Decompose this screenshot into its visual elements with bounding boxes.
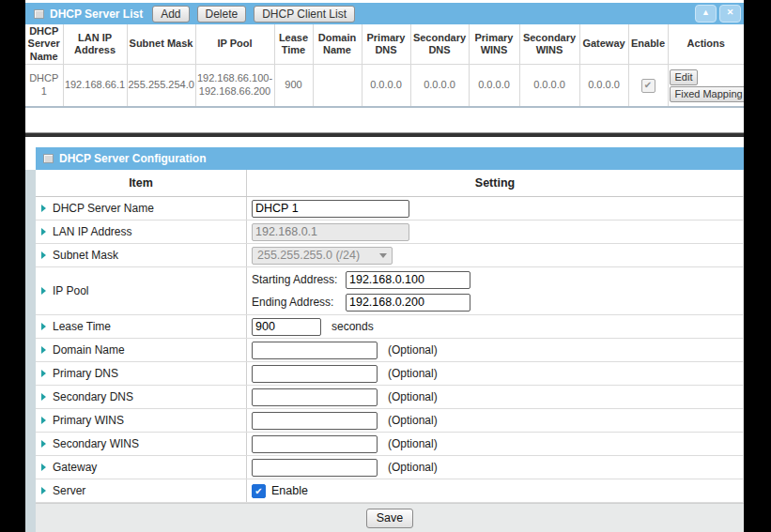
row-label: Subnet Mask [53,249,118,262]
lan-ip-address-input [252,223,409,241]
cell-enable: ✔ [628,65,668,108]
server-enable-checkbox[interactable]: ✔ [252,484,266,498]
server-enable-label: Enable [271,484,308,497]
arrow-bullet-icon [41,205,46,212]
row-label: Gateway [53,461,97,474]
row-primary-wins: Primary WINS (Optional) [36,409,744,433]
starting-address-label: Starting Address: [252,273,346,286]
arrow-bullet-icon [41,417,46,424]
cell-gateway: 0.0.0.0 [579,65,628,108]
arrow-bullet-icon [41,440,46,448]
cell-lease-time: 900 [274,65,313,108]
col-enable: Enable [628,24,668,65]
row-label: IP Pool [53,284,88,297]
cell-secondary-dns: 0.0.0.0 [410,65,469,108]
add-button[interactable]: Add [152,6,189,23]
arrow-bullet-icon [41,487,46,494]
arrow-bullet-icon [41,346,46,354]
secondary-dns-input[interactable] [252,388,378,406]
panel-icon [34,9,44,19]
cell-domain-name [313,65,362,108]
subnet-mask-value: 255.255.255.0 (/24) [257,249,360,262]
primary-dns-input[interactable] [252,365,378,383]
page-content: DHCP Server List Add Delete DHCP Client … [25,0,744,532]
row-secondary-wins: Secondary WINS (Optional) [36,433,744,456]
dhcp-server-list-header: DHCP Server List Add Delete DHCP Client … [25,3,744,24]
row-secondary-dns: Secondary DNS (Optional) [36,386,744,409]
row-subnet-mask: Subnet Mask 255.255.255.0 (/24) [36,244,744,267]
ending-address-label: Ending Address: [252,296,346,309]
setting-column-header: Setting [247,170,743,196]
list-panel-title: DHCP Server List [50,8,143,21]
table-row: DHCP 1 192.168.66.1 255.255.254.0 192.16… [25,65,744,108]
row-gateway: Gateway (Optional) [36,456,744,479]
config-panel-left-strip [25,170,36,532]
col-dhcp-server-name: DHCP Server Name [25,24,63,65]
arrow-bullet-icon [41,251,46,259]
arrow-bullet-icon [41,393,46,401]
col-primary-dns: Primary DNS [362,24,410,65]
delete-button[interactable]: Delete [197,6,247,23]
dhcp-server-list-table: DHCP Server Name LAN IP Address Subnet M… [25,24,744,108]
edit-button[interactable]: Edit [670,69,699,85]
col-domain-name: Domain Name [313,24,362,65]
optional-note: (Optional) [388,461,438,474]
enable-checkbox-disabled: ✔ [641,79,655,93]
optional-note: (Optional) [388,437,438,450]
col-ip-pool: IP Pool [195,24,274,65]
col-actions: Actions [668,24,744,65]
col-primary-wins: Primary WINS [469,24,519,65]
cell-primary-dns: 0.0.0.0 [362,65,410,108]
config-footer: Save [36,503,744,532]
arrow-bullet-icon [41,228,46,236]
col-secondary-dns: Secondary DNS [410,24,469,65]
optional-note: (Optional) [388,414,438,427]
config-header-row: Item Setting [36,170,744,197]
cell-subnet-mask: 255.255.254.0 [127,65,195,108]
config-form: Item Setting DHCP Server Name LAN IP Add… [36,170,744,503]
collapse-icon[interactable]: ▲ [695,5,717,23]
row-domain-name: Domain Name (Optional) [36,339,744,362]
arrow-bullet-icon [41,287,46,295]
panel-icon [43,154,54,163]
arrow-bullet-icon [41,370,46,377]
dhcp-server-name-input[interactable] [252,200,409,218]
col-lease-time: Lease Time [274,24,313,65]
optional-note: (Optional) [388,367,438,380]
close-icon[interactable]: ✕ [719,5,741,23]
primary-wins-input[interactable] [252,412,378,430]
ending-address-input[interactable] [346,294,470,312]
row-label: Server [53,484,85,497]
row-server: Server ✔ Enable [36,479,744,503]
section-divider [25,132,744,137]
lease-time-input[interactable] [252,318,321,336]
row-dhcp-server-name: DHCP Server Name [36,197,744,220]
col-gateway: Gateway [579,24,628,65]
col-lan-ip-address: LAN IP Address [63,24,127,65]
subnet-mask-select-disabled: 255.255.255.0 (/24) [252,247,393,265]
col-subnet-mask: Subnet Mask [127,24,195,65]
dhcp-client-list-button[interactable]: DHCP Client List [254,6,355,23]
fixed-mapping-button[interactable]: Fixed Mapping [670,86,745,102]
gateway-input[interactable] [252,459,378,477]
lease-time-unit: seconds [332,320,374,333]
starting-address-input[interactable] [346,271,470,289]
list-header-row: DHCP Server Name LAN IP Address Subnet M… [25,24,744,65]
row-label: Domain Name [53,343,125,357]
save-button[interactable]: Save [366,509,414,528]
row-label: Secondary DNS [53,390,133,403]
chevron-down-icon [379,253,387,258]
row-label: Secondary WINS [53,437,139,450]
optional-note: (Optional) [388,390,438,403]
domain-name-input[interactable] [252,342,378,359]
dhcp-server-configuration-header: DHCP Server Configuration [36,147,744,170]
secondary-wins-input[interactable] [252,435,378,453]
cell-ip-pool: 192.168.66.100-192.168.66.200 [195,65,274,108]
row-label: Primary DNS [53,367,118,380]
cell-actions: Edit Fixed Mapping [668,65,744,108]
arrow-bullet-icon [41,323,46,330]
arrow-bullet-icon [41,464,46,471]
row-primary-dns: Primary DNS (Optional) [36,362,744,386]
row-label: Lease Time [53,320,111,333]
window-controls: ▲ ✕ [692,5,741,23]
